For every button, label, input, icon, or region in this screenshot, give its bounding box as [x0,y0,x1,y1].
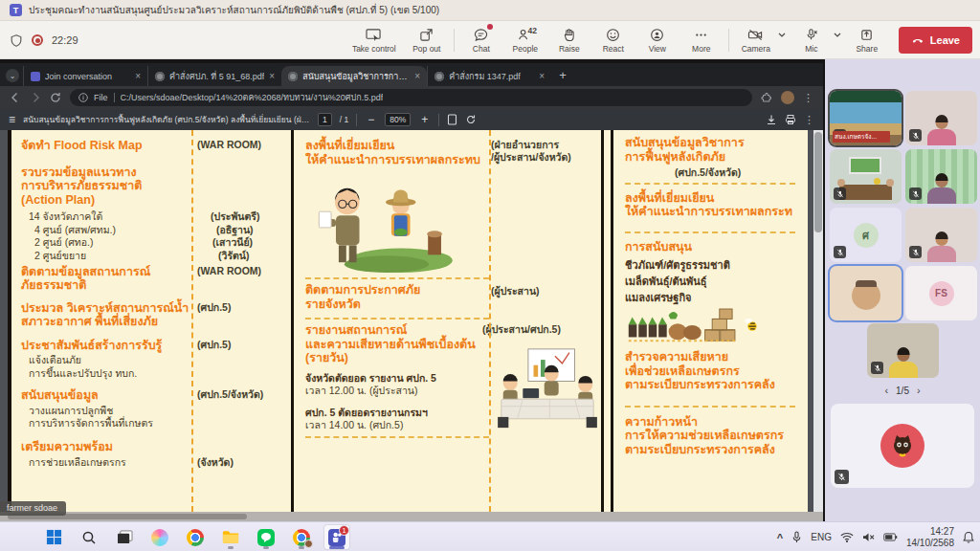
profile-badge [304,540,313,548]
doc-heading: รวบรวมข้อมูลแนวทาง การบริหารภัยธรรมชาติ … [21,165,197,208]
chat-button[interactable]: Chat [459,21,503,59]
pdf-document-canvas[interactable]: จัดทำ Flood Risk Map (WAR ROOM) รวบรวมข้… [0,130,823,512]
extensions-puzzle-icon[interactable] [761,92,772,103]
participant-tile-video[interactable] [867,323,939,378]
mic-muted-icon [909,187,922,200]
task-view-button[interactable] [111,524,138,550]
pop-out-button[interactable]: Pop out [405,21,449,59]
print-icon[interactable] [785,114,796,125]
tab-search-icon[interactable]: ⌄ [6,69,19,82]
chrome-icon[interactable] [182,524,209,550]
teams-favicon [31,72,40,81]
share-button[interactable]: Share [845,21,889,59]
system-tray: ^ ENG 14:27 14/10/2568 [777,522,974,551]
pdf-more-icon[interactable]: ⋮ [804,114,814,126]
zoom-in-button[interactable]: + [418,113,431,126]
download-icon[interactable] [766,114,777,125]
doc-heading: ลงพื้นที่เยี่ยมเยียน ให้คำแนะนำการบรรเทา… [305,139,491,166]
mic-dropdown-chevron-icon[interactable] [834,33,841,37]
pdf-document-title: สนับสนุนข้อมูลวิชาการการฟื้นฟูหลังเกิดภั… [23,113,310,126]
teams-toolbar: 22:29 Take control Pop out Chat 42 Peopl… [0,21,980,59]
participant-tile-video[interactable] [905,91,977,145]
pdf-vertical-scrollbar[interactable] [813,130,823,512]
page-next-icon[interactable]: › [917,385,921,396]
zoom-out-button[interactable]: − [365,113,377,126]
tab-close-icon[interactable]: × [539,71,545,81]
mic-muted-icon [871,362,883,374]
tab-close-icon[interactable]: × [269,71,275,81]
pdf-page-input[interactable]: 1 [318,113,332,126]
notification-bell-icon[interactable] [963,531,974,543]
browser-profile-avatar[interactable] [781,91,794,104]
participant-tile-video[interactable] [905,149,977,204]
teams-notification-badge: 1 [339,525,349,536]
people-button[interactable]: 42 People [503,21,547,59]
meeting-controls: Take control Pop out Chat 42 People Rais… [344,21,972,59]
participant-tile-avatar[interactable]: ศ [830,208,902,262]
reload-icon[interactable] [50,92,61,103]
tab-join-conversation[interactable]: Join conversation × [23,66,147,86]
self-view-tile[interactable] [831,404,974,488]
participant-tile-video[interactable] [905,208,977,262]
pdf-zoom-level[interactable]: 80% [385,113,411,126]
line-app-icon[interactable] [253,524,279,550]
chrome-profile-icon[interactable] [288,524,315,550]
meeting-status-group: 22:29 [10,21,78,59]
keyboard-language[interactable]: ENG [811,532,832,542]
table-border [8,130,11,512]
leave-button[interactable]: Leave [899,27,972,54]
file-explorer-icon[interactable] [217,524,244,550]
rotate-icon[interactable] [465,114,477,125]
url-scheme: File [94,93,108,102]
doc-column-during-disaster: ลงพื้นที่เยี่ยมเยียน ให้คำแนะนำการบรรเทา… [296,130,599,512]
address-bar[interactable]: File C:/Users/sdoae/Desktop/14%20ตค%2068… [70,89,752,106]
view-button[interactable]: View [635,21,679,59]
camera-button[interactable]: Camera [734,21,778,59]
pdf-menu-icon[interactable]: ≡ [9,113,15,126]
back-icon[interactable] [10,92,21,103]
tab-close-icon[interactable]: × [135,71,141,81]
search-button[interactable] [76,524,102,550]
copilot-icon[interactable] [146,524,173,550]
tab-pdf-order-1347[interactable]: คำสั่งกรม 1347.pdf × [427,66,551,86]
camera-dropdown-chevron-icon[interactable] [778,33,786,37]
dashed-separator [625,406,795,408]
teams-taskbar-icon[interactable]: 1 [323,524,350,550]
browser-menu-icon[interactable]: ⋮ [803,92,813,104]
volume-muted-icon[interactable] [862,532,875,542]
pdf-viewer-toolbar: ≡ สนับสนุนข้อมูลวิชาการการฟื้นฟูหลังเกิด… [0,109,823,130]
more-button[interactable]: More [679,21,724,59]
forward-icon[interactable] [30,92,41,103]
tray-mic-icon[interactable] [791,531,802,543]
teams-logo-icon: T [10,4,22,16]
room-table [839,185,892,200]
participant-tile-meeting-room[interactable] [830,149,902,204]
doc-column-recovery: สนับสนุนข้อมูลวิชาการ การฟื้นฟูหลังเกิดภ… [615,130,806,512]
officer-farmer-illustration [311,170,462,274]
share-horizontal-scrollbar[interactable] [0,512,823,521]
page-previous-icon[interactable]: ‹ [884,385,888,396]
react-button[interactable]: React [591,21,635,59]
clock[interactable]: 14:27 14/10/2568 [906,526,954,549]
new-tab-button[interactable]: + [559,68,567,82]
take-control-button[interactable]: Take control [344,21,405,59]
participant-tile-avatar[interactable]: FS [905,266,977,320]
tab-pdf-order-5[interactable]: คำสั่งศปภ. ที่ 5 91_68.pdf × [147,66,281,86]
hidden-icons-chevron[interactable]: ^ [777,532,783,543]
room-screen [849,157,881,174]
raise-hand-button[interactable]: Raise [547,21,591,59]
wifi-icon[interactable] [840,532,854,542]
participant-tile-active-speaker[interactable] [830,266,902,320]
battery-icon[interactable] [883,533,898,541]
mic-button[interactable]: Mic [790,21,834,59]
table-border [291,130,294,512]
info-icon [78,93,88,102]
doc-item: การช่วยเหลือเกษตรกร [21,456,197,470]
scrollbar-thumb[interactable] [814,132,822,232]
tab-active-support-pdf[interactable]: สนับสนุนข้อมูลวิชาการการฟื้นฟูหลังเกิ...… [281,66,427,86]
doc-owner: (อธิฐาน) [197,224,287,237]
fit-page-icon[interactable] [447,114,457,125]
participant-tile-office[interactable]: สนง.เกษตรจัง... [830,91,902,145]
start-button[interactable] [40,524,67,550]
tab-close-icon[interactable]: × [414,71,420,81]
